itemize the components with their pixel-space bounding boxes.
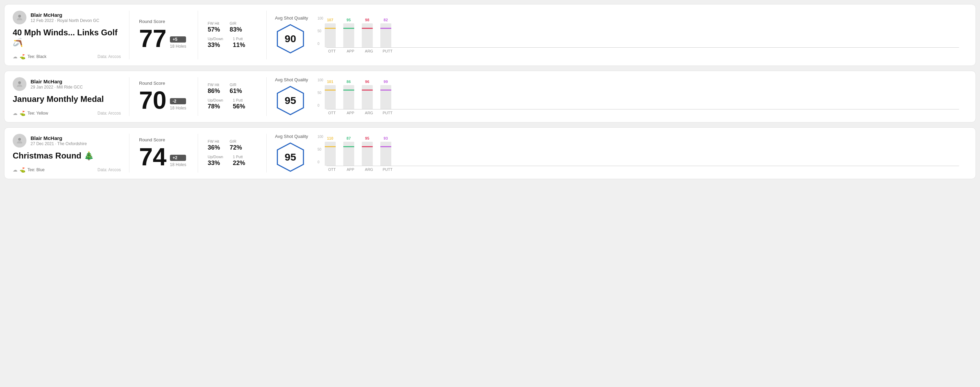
stats-row-bottom: Up/Down 78% 1 Putt 56%	[208, 98, 257, 110]
fw-hit-value: 86%	[208, 87, 220, 95]
updown-stat: Up/Down 33%	[208, 155, 223, 167]
gir-label: GIR	[230, 139, 242, 143]
hexagon: 90	[275, 23, 306, 54]
stats-row-top: FW Hit 86% GIR 61%	[208, 82, 257, 95]
round-title: Christmas Round 🎄	[13, 151, 121, 161]
data-source: Data: Arccos	[97, 111, 121, 116]
x-axis-line	[326, 109, 959, 109]
gir-label: GIR	[230, 21, 242, 25]
bar-line-arg	[362, 90, 373, 90]
hexagon-container: 95	[275, 85, 306, 116]
quality-left: Avg Shot Quality 90	[275, 16, 309, 54]
user-info: Blair McHarg 12 Feb 2022 · Royal North D…	[30, 12, 99, 23]
svg-point-2	[18, 81, 21, 84]
bar-value-app: 87	[347, 136, 351, 140]
user-row: Blair McHarg 29 Jan 2022 · Mill Ride GCC	[13, 77, 121, 91]
quality-section: Avg Shot Quality 90 100 50 0	[267, 11, 967, 59]
bar-line-putt	[380, 28, 391, 29]
bar-fill-bg	[325, 90, 336, 109]
chart-col-putt: 82	[380, 18, 391, 48]
updown-value: 33%	[208, 160, 223, 167]
tee-info: ☁ ⛳ Tee: Blue	[13, 167, 45, 173]
hexagon-score: 95	[285, 95, 296, 106]
weather-icon: ☁	[13, 111, 18, 116]
tee-info: ☁ ⛳ Tee: Yellow	[13, 111, 48, 116]
stats-section: FW Hit 36% GIR 72% Up/Down 33% 1 Putt	[198, 134, 267, 173]
bar-value-ott: 110	[327, 136, 333, 140]
quality-left: Avg Shot Quality 95	[275, 134, 309, 173]
bar-value-app: 86	[347, 79, 351, 84]
quality-left: Avg Shot Quality 95	[275, 77, 309, 116]
chart-col-ott: 107	[325, 18, 336, 48]
bar-fill-bg	[325, 146, 336, 166]
bar-value-arg: 98	[365, 18, 369, 22]
gir-stat: GIR 61%	[230, 82, 242, 95]
chart-x-label: PUTT	[382, 111, 393, 115]
user-row: Blair McHarg 12 Feb 2022 · Royal North D…	[13, 11, 121, 24]
bar-line-app	[343, 28, 354, 29]
oneputt-label: 1 Putt	[233, 37, 245, 41]
oneputt-value: 56%	[233, 103, 245, 110]
bar-value-putt: 93	[384, 136, 388, 140]
score-section: Round Score 74 +2 18 Holes	[129, 134, 198, 173]
bar-value-ott: 107	[327, 18, 333, 22]
bar-value-arg: 96	[365, 79, 369, 84]
hexagon-score: 95	[285, 151, 296, 163]
score-section: Round Score 77 +5 18 Holes	[129, 11, 198, 59]
tee-info: ☁ ⛳ Tee: Black	[13, 54, 46, 59]
fw-hit-stat: FW Hit 36%	[208, 139, 220, 151]
fw-hit-stat: FW Hit 86%	[208, 82, 220, 95]
score-detail: +2 18 Holes	[170, 155, 186, 169]
chart-col-arg: 98	[362, 18, 373, 48]
bar-chart: 100 50 0 107 95	[318, 16, 959, 53]
bar-bg-app	[343, 23, 354, 48]
score-label: Round Score	[139, 19, 188, 24]
stats-section: FW Hit 57% GIR 83% Up/Down 33% 1 Putt	[198, 11, 267, 59]
round-card: Blair McHarg 12 Feb 2022 · Royal North D…	[4, 4, 976, 66]
y-axis: 100 50 0	[318, 78, 323, 107]
y-axis: 100 50 0	[318, 16, 323, 46]
tee-label: Tee: Black	[27, 54, 46, 59]
gir-value: 61%	[230, 87, 242, 95]
y-label-50: 50	[318, 91, 323, 95]
bar-bg-putt	[380, 85, 391, 109]
updown-label: Up/Down	[208, 37, 223, 41]
x-axis-labels: OTTAPPARGPUTT	[326, 49, 959, 53]
score-main: 74 +2 18 Holes	[139, 144, 188, 169]
hexagon-container: 90	[275, 23, 306, 54]
updown-stat: Up/Down 33%	[208, 37, 223, 49]
chart-x-label: PUTT	[382, 167, 393, 171]
chart-col-putt: 99	[380, 79, 391, 109]
score-label: Round Score	[139, 81, 188, 86]
stats-row-bottom: Up/Down 33% 1 Putt 22%	[208, 155, 257, 167]
oneputt-value: 22%	[233, 160, 245, 167]
bar-line-arg	[362, 146, 373, 147]
gir-label: GIR	[230, 82, 242, 87]
weather-icon: ☁	[13, 54, 18, 59]
bar-bg-ott	[325, 23, 336, 48]
oneputt-stat: 1 Putt 56%	[233, 98, 245, 110]
chart-x-label: ARG	[364, 49, 374, 53]
person-icon	[16, 80, 24, 88]
hexagon: 95	[275, 142, 306, 173]
golf-icon: ⛳	[19, 167, 25, 173]
round-card: Blair McHarg 29 Jan 2022 · Mill Ride GCC…	[4, 71, 976, 122]
tee-label: Tee: Yellow	[27, 111, 48, 116]
bar-fill-bg	[362, 91, 373, 109]
chart-inner: 100 50 0 107 95	[318, 16, 959, 48]
user-name: Blair McHarg	[30, 12, 99, 18]
chart-col-ott: 101	[325, 79, 336, 109]
bar-line-app	[343, 90, 354, 90]
data-source: Data: Arccos	[97, 167, 121, 172]
y-label-0: 0	[318, 160, 323, 164]
bar-bg-putt	[380, 23, 391, 48]
user-meta: 12 Feb 2022 · Royal North Devon GC	[30, 18, 99, 23]
bar-fill-bg	[325, 27, 336, 48]
x-axis-line	[326, 166, 959, 166]
user-info: Blair McHarg 27 Dec 2021 · The Oxfordshi…	[30, 135, 87, 146]
updown-label: Up/Down	[208, 155, 223, 159]
score-detail: -2 18 Holes	[170, 98, 186, 113]
fw-hit-label: FW Hit	[208, 21, 220, 25]
score-detail: +5 18 Holes	[170, 36, 186, 51]
score-holes: 18 Holes	[170, 44, 186, 49]
